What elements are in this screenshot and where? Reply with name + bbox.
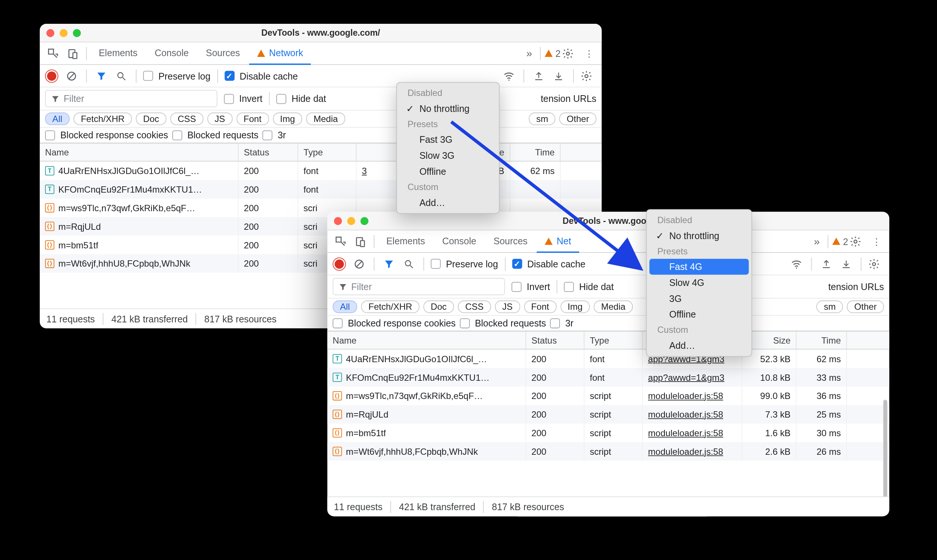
search-icon[interactable] bbox=[401, 256, 417, 272]
minimize-icon[interactable] bbox=[60, 29, 67, 37]
search-icon[interactable] bbox=[113, 68, 129, 84]
col-status[interactable]: Status bbox=[239, 143, 298, 161]
chip-js[interactable]: JS bbox=[207, 113, 232, 125]
settings-icon[interactable] bbox=[849, 235, 867, 247]
inspect-icon[interactable] bbox=[43, 44, 62, 63]
col-status[interactable]: Status bbox=[526, 332, 585, 349]
filter-input[interactable]: Filter bbox=[45, 90, 218, 107]
download-icon[interactable] bbox=[838, 256, 854, 272]
upload-icon[interactable] bbox=[818, 256, 834, 272]
wifi-icon[interactable] bbox=[789, 256, 804, 272]
device-toggle-icon[interactable] bbox=[351, 232, 370, 251]
chip-fetchxhr[interactable]: Fetch/XHR bbox=[361, 300, 420, 313]
col-time[interactable]: Time bbox=[510, 143, 560, 161]
row-initiator[interactable]: moduleloader.js:58 bbox=[643, 405, 742, 423]
filter-icon[interactable] bbox=[93, 68, 110, 84]
chip-all[interactable]: All bbox=[333, 300, 357, 313]
chip-font[interactable]: Font bbox=[236, 113, 269, 125]
row-initiator[interactable]: app?awwd=1&gm3 bbox=[643, 368, 742, 387]
menu-item-fast-3g[interactable]: Fast 3G bbox=[400, 132, 496, 148]
table-row[interactable]: TKFOmCnqEu92Fr1Mu4mxKKTU1…200font bbox=[40, 180, 602, 198]
hide-data-urls-toggle[interactable]: Hide dat bbox=[276, 93, 326, 104]
row-initiator[interactable]: moduleloader.js:58 bbox=[643, 387, 742, 405]
network-settings-icon[interactable] bbox=[868, 258, 885, 269]
menu-item-fast-4g[interactable]: Fast 4G bbox=[649, 259, 749, 275]
third-party-toggle[interactable]: 3r bbox=[550, 318, 574, 328]
menu-item-slow-3g[interactable]: Slow 3G bbox=[400, 148, 496, 164]
blocked-requests-toggle[interactable]: Blocked requests bbox=[460, 318, 546, 328]
invert-toggle[interactable]: Invert bbox=[224, 93, 262, 104]
menu-item-slow-4g[interactable]: Slow 4G bbox=[649, 275, 749, 291]
tab-elements[interactable]: Elements bbox=[378, 230, 433, 252]
clear-button[interactable] bbox=[64, 68, 80, 84]
table-row[interactable]: ⟨⟩m=ws9Tlc,n73qwf,GkRiKb,e5qF…200scriptm… bbox=[327, 387, 889, 405]
menu-item-add[interactable]: Add… bbox=[649, 338, 749, 354]
close-icon[interactable] bbox=[334, 217, 342, 225]
chip-doc[interactable]: Doc bbox=[424, 300, 454, 313]
menu-item-offline[interactable]: Offline bbox=[400, 164, 496, 180]
chip-other[interactable]: Other bbox=[847, 300, 884, 313]
chip-css[interactable]: CSS bbox=[458, 300, 491, 313]
chip-all[interactable]: All bbox=[45, 113, 69, 125]
throttling-menu-new[interactable]: Disabled ✓No throttling Presets Fast 4G … bbox=[646, 209, 752, 357]
menu-item-no-throttling[interactable]: ✓No throttling bbox=[649, 228, 749, 243]
col-name[interactable]: Name bbox=[327, 332, 526, 349]
filter-icon[interactable] bbox=[381, 256, 397, 272]
upload-icon[interactable] bbox=[531, 68, 547, 84]
disable-cache-toggle[interactable]: Disable cache bbox=[224, 71, 298, 81]
third-party-toggle[interactable]: 3r bbox=[262, 130, 286, 140]
tab-console[interactable]: Console bbox=[434, 230, 484, 252]
more-menu-icon[interactable]: ⋮ bbox=[580, 48, 597, 58]
chip-js[interactable]: JS bbox=[495, 300, 520, 313]
filter-input[interactable]: Filter bbox=[333, 278, 505, 295]
overflow-tabs-icon[interactable]: » bbox=[810, 235, 824, 247]
wifi-icon[interactable] bbox=[501, 68, 517, 84]
blocked-cookies-toggle[interactable]: Blocked response cookies bbox=[333, 318, 455, 328]
download-icon[interactable] bbox=[551, 68, 567, 84]
chip-css[interactable]: CSS bbox=[170, 113, 204, 125]
tab-sources[interactable]: Sources bbox=[198, 42, 248, 64]
chip-media[interactable]: Media bbox=[594, 300, 633, 313]
chip-media[interactable]: Media bbox=[306, 113, 346, 125]
maximize-icon[interactable] bbox=[73, 29, 81, 37]
device-toggle-icon[interactable] bbox=[64, 44, 82, 63]
overflow-tabs-icon[interactable]: » bbox=[522, 47, 536, 59]
table-row[interactable]: ⟨⟩m=bm51tf200scriptmoduleloader.js:581.6… bbox=[327, 423, 889, 442]
table-row[interactable]: ⟨⟩m=Wt6vjf,hhhU8,FCpbqb,WhJNk200scriptmo… bbox=[327, 442, 889, 461]
tab-network[interactable]: Net bbox=[537, 230, 579, 253]
warnings-badge[interactable]: 2 bbox=[545, 48, 560, 58]
close-icon[interactable] bbox=[46, 29, 54, 37]
col-time[interactable]: Time bbox=[797, 332, 847, 349]
preserve-log-toggle[interactable]: Preserve log bbox=[431, 258, 498, 269]
tab-sources[interactable]: Sources bbox=[485, 230, 535, 252]
chip-doc[interactable]: Doc bbox=[136, 113, 167, 125]
col-type[interactable]: Type bbox=[585, 332, 643, 349]
throttling-menu-old[interactable]: Disabled ✓No throttling Presets Fast 3G … bbox=[396, 82, 500, 214]
table-row[interactable]: TKFOmCnqEu92Fr1Mu4mxKKTU1…200fontapp?aww… bbox=[327, 368, 889, 387]
minimize-icon[interactable] bbox=[347, 217, 355, 225]
more-menu-icon[interactable]: ⋮ bbox=[868, 236, 885, 246]
row-initiator[interactable]: moduleloader.js:58 bbox=[643, 442, 742, 461]
titlebar[interactable]: DevTools - www.google.com/ bbox=[40, 24, 602, 42]
table-row[interactable]: ⟨⟩m=RqjULd200scriptmoduleloader.js:587.3… bbox=[327, 405, 889, 423]
menu-item-add[interactable]: Add… bbox=[400, 194, 496, 211]
maximize-icon[interactable] bbox=[360, 217, 368, 225]
disable-cache-toggle[interactable]: Disable cache bbox=[512, 258, 585, 269]
tab-elements[interactable]: Elements bbox=[91, 42, 145, 64]
menu-item-3g[interactable]: 3G bbox=[649, 291, 749, 306]
chip-fetchxhr[interactable]: Fetch/XHR bbox=[74, 113, 132, 125]
inspect-icon[interactable] bbox=[331, 232, 350, 251]
table-row[interactable]: T4UaRrENHsxJlGDuGo1OIlJfC6l_…200fontapp?… bbox=[327, 349, 889, 368]
record-button[interactable] bbox=[331, 256, 347, 272]
chip-sm[interactable]: sm bbox=[529, 113, 556, 125]
tab-network[interactable]: Network bbox=[249, 42, 311, 65]
col-type[interactable]: Type bbox=[298, 143, 357, 161]
row-initiator[interactable]: moduleloader.js:58 bbox=[643, 423, 742, 442]
network-settings-icon[interactable] bbox=[580, 70, 597, 82]
chip-img[interactable]: Img bbox=[560, 300, 590, 313]
scrollbar[interactable] bbox=[883, 400, 888, 499]
chip-img[interactable]: Img bbox=[273, 113, 302, 125]
record-button[interactable] bbox=[43, 68, 60, 84]
menu-item-no-throttling[interactable]: ✓No throttling bbox=[400, 101, 496, 117]
menu-item-offline[interactable]: Offline bbox=[649, 306, 749, 322]
